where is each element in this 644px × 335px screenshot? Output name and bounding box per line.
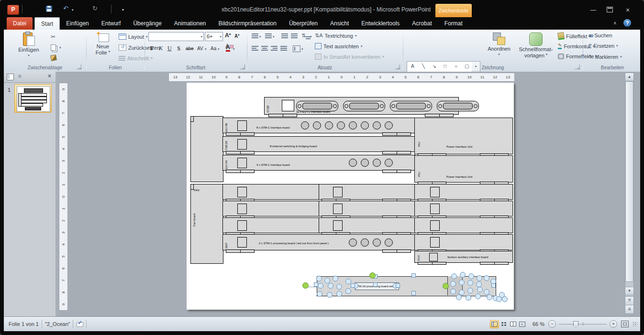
resize-handle-circle[interactable] (317, 291, 322, 297)
scrollbar-thumb[interactable] (625, 81, 633, 282)
reading-view-icon[interactable] (509, 321, 517, 328)
clipboard-dialog-launcher[interactable] (77, 65, 81, 69)
align-text-button[interactable]: Text ausrichten▾ (315, 43, 363, 49)
copy-dropdown-icon[interactable]: ▾ (59, 46, 61, 50)
panel-splitter[interactable] (56, 72, 58, 316)
replace-button[interactable]: abac Ersetzen▾ (588, 43, 618, 49)
aux-board[interactable]: AUX System auxiliary interface board (414, 251, 513, 263)
resize-handle-circle[interactable] (459, 280, 465, 285)
resize-handle-circle[interactable] (460, 272, 466, 278)
cut-icon[interactable]: ✂ (51, 33, 56, 40)
close-button[interactable]: × (621, 6, 634, 14)
rotate-handle[interactable] (443, 283, 449, 289)
select-button[interactable]: ↖ Markieren▾ (588, 54, 622, 60)
slide-thumbnail[interactable] (14, 84, 52, 113)
right-row-1[interactable] (414, 184, 513, 200)
right-row-2[interactable] (414, 201, 513, 216)
paste-button[interactable]: Einfügen ▾ (13, 32, 44, 57)
align-right-button[interactable] (271, 46, 278, 51)
save-icon[interactable] (46, 6, 52, 12)
tab-ueberpruefen[interactable]: Überprüfen (283, 17, 324, 30)
find-button[interactable]: oo Suchen (588, 32, 612, 38)
right-row-3[interactable] (414, 217, 513, 233)
tab-bildschirmpraesentation[interactable]: Bildschirmpräsentation (212, 17, 283, 30)
slideshow-icon[interactable]: ▸ (518, 321, 526, 328)
resize-handle-circle[interactable] (477, 275, 482, 281)
resize-handle-circle[interactable] (496, 296, 502, 302)
theme-name[interactable]: "2_Ocean" (45, 321, 70, 327)
resize-handle-circle[interactable] (456, 294, 462, 300)
italic-button[interactable]: K (159, 45, 163, 52)
board-row-sep[interactable]: SEP 2 x STM-1 processing board ( led out… (222, 234, 415, 250)
spellcheck-icon[interactable]: ✓ (76, 321, 83, 327)
drawing-dialog-launcher[interactable] (575, 65, 580, 69)
font-color-dropdown-icon[interactable]: ▾ (233, 47, 235, 51)
resize-handle-square[interactable] (411, 291, 416, 295)
board-row-eiu04[interactable]: EIU 04 4 x STM-1 Interface board (222, 155, 415, 171)
slide-sorter-icon[interactable] (500, 321, 508, 328)
minimize-button[interactable]: — (587, 6, 600, 14)
resize-handle-circle[interactable] (324, 278, 330, 283)
resize-handle-circle[interactable] (450, 281, 456, 287)
font-color-button[interactable]: A (226, 44, 230, 52)
tab-ansicht[interactable]: Ansicht (324, 17, 355, 30)
resize-handle-circle[interactable] (467, 280, 473, 286)
tab-acrobat[interactable]: Acrobat (406, 17, 438, 30)
shape-fill-button[interactable]: Fülleffekt▾ (558, 32, 591, 40)
decrease-indent-button[interactable] (281, 33, 288, 38)
tab-entwurf[interactable]: Entwurf (95, 17, 127, 30)
resize-handle-circle[interactable] (466, 295, 471, 301)
rotate-handle[interactable] (302, 282, 309, 289)
resize-handle-circle[interactable] (502, 296, 508, 302)
resize-handle-circle[interactable] (477, 287, 483, 292)
undo-dropdown-icon[interactable]: ▾ (72, 6, 74, 14)
fit-window-icon[interactable] (621, 321, 629, 327)
zoom-slider-thumb[interactable] (573, 321, 578, 328)
horizontal-ruler[interactable]: 13121110987654321012345678910111213 (168, 73, 515, 82)
layout-button[interactable]: Layout▾ (119, 33, 148, 40)
help-icon[interactable]: ? (623, 19, 631, 27)
bullets-dropdown-icon[interactable]: ▾ (259, 35, 261, 39)
numbering-dropdown-icon[interactable]: ▾ (273, 35, 275, 39)
resize-handle-circle[interactable] (333, 276, 338, 281)
resize-handle-circle[interactable] (468, 273, 474, 279)
resize-handle-square[interactable] (373, 282, 378, 287)
scroll-up-icon[interactable]: ▲ (625, 73, 634, 81)
font-size-select[interactable]: 6+ ▾ (205, 32, 223, 41)
zoom-out-button[interactable]: − (548, 320, 556, 328)
zoom-slider[interactable] (559, 321, 607, 327)
tab-entwicklertools[interactable]: Entwicklertools (355, 17, 406, 30)
resize-grip[interactable] (633, 322, 637, 326)
character-spacing-button[interactable]: AV (197, 46, 203, 51)
resize-handle-square[interactable] (491, 283, 496, 288)
copy-icon[interactable] (51, 44, 56, 51)
columns-dropdown-icon[interactable]: ▾ (301, 47, 303, 51)
justify-button[interactable] (280, 46, 287, 51)
tab-animationen[interactable]: Animationen (168, 17, 212, 30)
underline-button[interactable]: U (167, 45, 172, 52)
resize-handle-square[interactable] (314, 282, 318, 287)
resize-handle-circle[interactable] (328, 283, 333, 289)
board-row-mid1[interactable] (222, 184, 415, 200)
scroll-down-icon[interactable]: ▼ (625, 287, 634, 295)
board-row-mid2[interactable] (222, 201, 415, 216)
bold-button[interactable]: F (150, 45, 154, 52)
board-row-mid3[interactable] (222, 217, 415, 233)
rotate-handle[interactable] (369, 272, 376, 279)
fan-box[interactable]: FAN Fan board (190, 184, 223, 264)
resize-handle-circle[interactable] (336, 291, 342, 297)
qat-customize-icon[interactable]: ▾ (122, 6, 124, 14)
close-pane-icon[interactable]: × (48, 73, 51, 79)
section-button[interactable]: Abschnitt▾ (119, 55, 153, 61)
resize-handle-circle[interactable] (451, 273, 457, 279)
spacing-dropdown-icon[interactable]: ▾ (205, 47, 207, 51)
format-painter-icon[interactable] (50, 54, 57, 61)
resize-handle-circle[interactable] (450, 289, 456, 294)
font-name-select[interactable]: ▾ (148, 32, 204, 41)
case-dropdown-icon[interactable]: ▾ (218, 47, 220, 51)
arrange-button[interactable]: Anordnen ▾ (484, 32, 514, 56)
bullets-button[interactable] (252, 33, 258, 38)
tab-start[interactable]: Start (34, 17, 60, 30)
resize-handle-circle[interactable] (336, 284, 342, 290)
tab-format[interactable]: Format (438, 17, 469, 30)
